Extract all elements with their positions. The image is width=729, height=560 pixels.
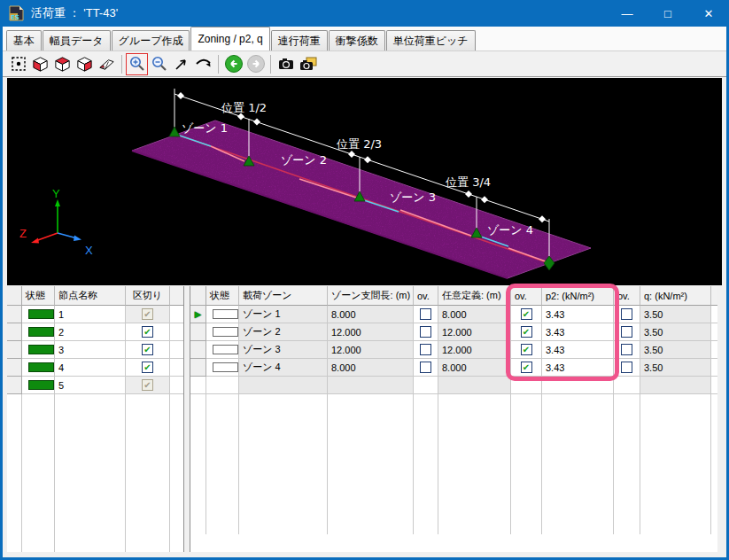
col-header-ov3: ov. bbox=[614, 286, 640, 306]
row-selector[interactable]: ▶ bbox=[190, 306, 206, 323]
row-selector[interactable] bbox=[7, 306, 22, 323]
row-selector[interactable] bbox=[190, 341, 206, 359]
p2-value-cell[interactable]: 3.43 bbox=[542, 306, 614, 323]
table-splitter[interactable] bbox=[183, 286, 190, 552]
maximize-button[interactable]: □ bbox=[648, 0, 688, 27]
toolbar-separator bbox=[270, 55, 271, 74]
ov-span-checkbox[interactable] bbox=[420, 344, 431, 355]
minimize-button[interactable]: — bbox=[607, 0, 648, 27]
node-name-cell: 3 bbox=[55, 341, 126, 359]
fit-view-button[interactable] bbox=[7, 53, 29, 75]
node-row-1: 1 bbox=[7, 306, 183, 323]
forward-icon bbox=[246, 54, 266, 74]
ov-p2-checkbox[interactable] bbox=[521, 344, 532, 355]
close-button[interactable]: ✕ bbox=[688, 0, 729, 27]
arrow-up-right-icon bbox=[173, 55, 190, 73]
zone-label-2: ゾーン 2 bbox=[281, 153, 327, 167]
tab-impact-coefficient[interactable]: 衝撃係数 bbox=[329, 30, 385, 51]
zone-name-cell: ゾーン 4 bbox=[239, 359, 328, 377]
tab-zoning-p2-q[interactable]: Zoning / p2, q bbox=[190, 27, 269, 51]
zoom-out-icon bbox=[151, 55, 168, 73]
col-header-ov1: ov. bbox=[414, 286, 438, 306]
node-table-header: 状態 節点名称 区切り bbox=[7, 286, 183, 306]
arbitrary-length-cell: 8.000 bbox=[438, 306, 511, 323]
ov-p2-checkbox[interactable] bbox=[521, 326, 532, 338]
copy-image-button[interactable] bbox=[297, 53, 319, 75]
tab-group-create[interactable]: グループ作成 bbox=[112, 30, 190, 51]
ov-span-checkbox[interactable] bbox=[420, 362, 431, 373]
col-header-status: 状態 bbox=[206, 286, 239, 306]
node-status-cell bbox=[22, 306, 55, 323]
ov-q-checkbox[interactable] bbox=[621, 326, 632, 338]
status-box bbox=[213, 309, 238, 319]
node-name-cell: 2 bbox=[55, 323, 126, 341]
toolbar-separator bbox=[121, 55, 122, 74]
zoom-out-button[interactable] bbox=[148, 53, 170, 75]
row-selector[interactable] bbox=[7, 359, 22, 377]
ov-q-checkbox[interactable] bbox=[621, 362, 632, 373]
arbitrary-length-cell: 8.000 bbox=[438, 359, 511, 377]
zone-row-3: ゾーン 3 12.000 12.000 3.43 3.50 bbox=[190, 341, 717, 359]
node-status-cell bbox=[22, 323, 55, 341]
header-filler bbox=[170, 286, 183, 306]
zone-row-4: ゾーン 4 8.000 8.000 3.43 3.50 bbox=[190, 359, 717, 377]
node-row-3: 3 bbox=[7, 341, 183, 359]
separator-checkbox[interactable] bbox=[142, 326, 153, 338]
row-selector[interactable] bbox=[190, 359, 206, 377]
ov-p2-cell bbox=[511, 359, 542, 377]
ov-span-checkbox[interactable] bbox=[420, 326, 431, 338]
node-row-2: 2 bbox=[7, 323, 183, 341]
tab-width-data[interactable]: 幅員データ bbox=[43, 30, 111, 51]
separator-cell bbox=[126, 341, 170, 359]
perspective-view-button[interactable] bbox=[96, 53, 118, 75]
row-selector[interactable] bbox=[7, 377, 22, 394]
fit-view-icon bbox=[10, 55, 27, 73]
separator-cell bbox=[126, 323, 170, 341]
cube-top-face-icon bbox=[53, 55, 72, 74]
tab-bar: 基本 幅員データ グループ作成 Zoning / p2, q 連行荷重 衝撃係数… bbox=[3, 27, 726, 51]
ov-q-checkbox[interactable] bbox=[621, 344, 632, 355]
p2-value-cell[interactable]: 3.43 bbox=[542, 359, 614, 377]
ov-p2-checkbox[interactable] bbox=[521, 362, 532, 373]
app-icon: ES bbox=[8, 5, 24, 21]
view-front-button[interactable] bbox=[74, 53, 96, 75]
tab-unit-load-pitch[interactable]: 単位荷重ピッチ bbox=[386, 30, 476, 51]
row-selector[interactable] bbox=[7, 341, 22, 359]
q-value-cell: 3.50 bbox=[640, 359, 711, 377]
p2-value-cell[interactable]: 3.43 bbox=[542, 341, 614, 359]
node-table: 状態 節点名称 区切り 1 2 3 bbox=[7, 286, 183, 552]
ov-p2-checkbox[interactable] bbox=[521, 308, 532, 320]
snapshot-button[interactable] bbox=[275, 53, 297, 75]
row-selector[interactable] bbox=[7, 323, 22, 341]
arbitrary-length-cell: 12.000 bbox=[438, 341, 511, 359]
status-bar-green bbox=[28, 327, 54, 337]
tab-basic[interactable]: 基本 bbox=[6, 30, 42, 51]
tab-train-load[interactable]: 連行荷重 bbox=[271, 30, 328, 51]
node-table-empty-area bbox=[7, 394, 183, 552]
ov-q-checkbox[interactable] bbox=[621, 308, 632, 320]
q-value-cell: 3.50 bbox=[640, 323, 711, 341]
row-selector-header bbox=[7, 286, 22, 306]
zone-status-cell bbox=[206, 306, 239, 323]
viewport-3d[interactable]: ゾーン 1 ゾーン 2 ゾーン 3 ゾーン 4 位置 1/2 位置 2/3 位置… bbox=[7, 78, 722, 285]
direction-arrow-button[interactable] bbox=[170, 53, 192, 75]
ov-span-cell bbox=[414, 323, 438, 341]
ov-span-cell bbox=[414, 359, 438, 377]
back-button[interactable] bbox=[222, 53, 244, 75]
row-selector[interactable] bbox=[190, 323, 206, 341]
p2-value-cell[interactable]: 3.43 bbox=[542, 323, 614, 341]
separator-checkbox[interactable] bbox=[142, 344, 153, 355]
zoom-in-button[interactable] bbox=[126, 53, 148, 75]
col-header-q: q: (kN/m²) bbox=[640, 286, 711, 306]
toolbar-separator bbox=[218, 55, 219, 74]
status-bar-green bbox=[28, 309, 54, 319]
view-left-button[interactable] bbox=[29, 53, 51, 75]
node-status-cell bbox=[22, 377, 55, 394]
node-status-cell bbox=[22, 341, 55, 359]
separator-checkbox[interactable] bbox=[142, 362, 153, 373]
rotate-view-button[interactable] bbox=[192, 53, 214, 75]
view-top-button[interactable] bbox=[51, 53, 74, 75]
col-header-load-zone: 載荷ゾーン bbox=[239, 286, 328, 306]
col-header-arbitrary: 任意定義: (m) bbox=[438, 286, 511, 306]
ov-span-checkbox[interactable] bbox=[420, 308, 431, 320]
